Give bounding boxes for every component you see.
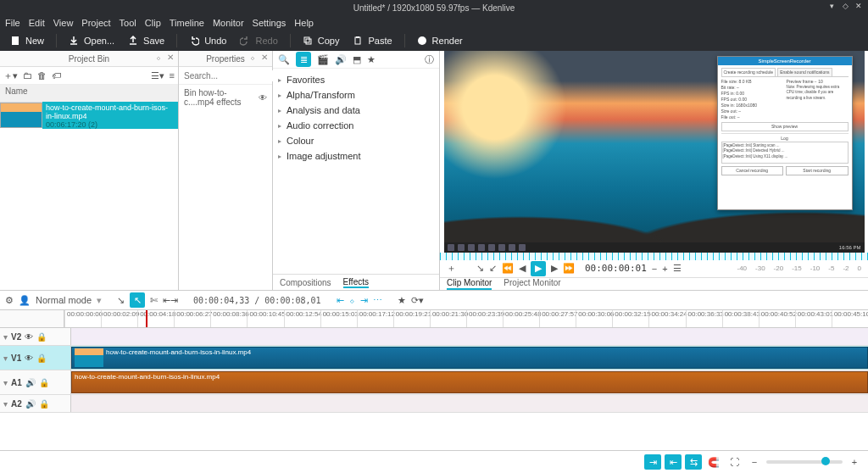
audio-effects-icon[interactable]: 🔊 <box>335 54 347 65</box>
effects-category-audio[interactable]: ▸Audio correction <box>278 118 434 133</box>
menu-settings[interactable]: Settings <box>253 18 287 28</box>
snap-v-icon[interactable]: ⇥ <box>644 454 661 470</box>
rewind-icon[interactable]: ⏪ <box>502 263 514 274</box>
tab-compositions[interactable]: Compositions <box>280 278 331 287</box>
hamburger-icon[interactable]: ☰ <box>673 263 682 274</box>
bin-column-name[interactable]: Name <box>0 85 178 103</box>
zone-in-icon[interactable]: ⇤ <box>337 295 344 306</box>
minimize-icon[interactable]: ▾ <box>827 2 836 10</box>
effects-category-colour[interactable]: ▸Colour <box>278 133 434 148</box>
next-frame-icon[interactable]: ▶ <box>551 263 558 274</box>
zoom-slider[interactable] <box>766 460 843 464</box>
effects-category-alpha[interactable]: ▸Alpha/Transform <box>278 87 434 103</box>
delete-clip-icon[interactable]: 🗑 <box>37 70 47 81</box>
zoom-in-icon[interactable]: + <box>662 264 667 274</box>
search-icon[interactable]: 🔍 <box>278 54 290 65</box>
favorite-effects-icon[interactable]: ★ <box>367 54 376 65</box>
preview-render-icon[interactable]: ⟳▾ <box>411 295 424 306</box>
timeline-ruler[interactable]: 00:00:00:0000:00:02:0900:00:04:1800:00:0… <box>64 310 868 327</box>
undo-button[interactable]: Undo <box>184 34 231 47</box>
spacer-tool-icon[interactable]: ⇤⇥ <box>163 295 178 306</box>
effects-category-favorites[interactable]: ▸Favorites <box>278 72 434 87</box>
maximize-icon[interactable]: ◇ <box>841 2 849 10</box>
magnet-icon[interactable]: 🧲 <box>705 454 722 470</box>
eye-icon[interactable]: 👁 <box>259 93 267 103</box>
menu-tool[interactable]: Tool <box>120 18 136 28</box>
custom-effects-icon[interactable]: ⬒ <box>353 54 361 65</box>
menu-help[interactable]: Help <box>294 18 314 28</box>
menu-timeline[interactable]: Timeline <box>170 18 204 28</box>
zoom-out-icon[interactable]: − <box>652 264 657 274</box>
forward-icon[interactable]: ⏩ <box>563 263 575 274</box>
zoom-fit-icon[interactable]: ⛶ <box>726 454 743 470</box>
lock-icon[interactable]: 🔒 <box>36 332 47 342</box>
collapse-icon[interactable]: ▾ <box>3 353 8 363</box>
overwrite-mode-icon[interactable]: ↘ <box>117 295 125 306</box>
effects-main-icon[interactable]: ≣ <box>296 52 311 67</box>
copy-button[interactable]: Copy <box>298 34 345 47</box>
zoom-in-timeline-icon[interactable]: + <box>846 454 863 470</box>
bin-menu-icon[interactable]: ≡ <box>170 70 175 81</box>
guides-icon[interactable]: ⋯ <box>373 295 382 306</box>
menu-view[interactable]: View <box>53 18 74 28</box>
save-button[interactable]: Save <box>123 34 170 47</box>
snap-a-icon[interactable]: ⇤ <box>665 454 682 470</box>
mode-label[interactable]: Normal mode <box>36 295 92 305</box>
close-icon[interactable]: ✕ <box>854 2 863 10</box>
mute-icon[interactable]: 🔊 <box>25 399 36 409</box>
collapse-icon[interactable]: ▾ <box>3 332 8 342</box>
pin-icon[interactable]: ⬦ <box>248 53 257 62</box>
mute-icon[interactable]: 👁 <box>25 332 33 342</box>
zoom-out-timeline-icon[interactable]: − <box>746 454 763 470</box>
effects-category-image[interactable]: ▸Image adjustment <box>278 148 434 164</box>
lock-icon[interactable]: 🔒 <box>39 399 49 409</box>
mute-icon[interactable]: 👁 <box>25 353 33 363</box>
show-markers-icon[interactable]: ⇆ <box>685 454 702 470</box>
collapse-icon[interactable]: ▾ <box>3 399 8 409</box>
panel-close-icon[interactable]: ✕ <box>260 53 269 62</box>
monitor-preview[interactable]: SimpleScreenRecorder Create recording sc… <box>444 51 865 253</box>
selection-tool-icon[interactable]: ↖ <box>130 292 145 308</box>
paste-button[interactable]: Paste <box>348 34 397 47</box>
bin-clip-item[interactable]: how-to-create-mount-and-burn-isos-in-lin… <box>0 103 178 128</box>
add-clip-icon[interactable]: ＋▾ <box>3 70 18 82</box>
list-view-icon[interactable]: ☰▾ <box>151 70 164 81</box>
tag-icon[interactable]: 🏷 <box>52 70 61 81</box>
timeline-position[interactable]: 00:00:04,33 / 00:00:08,01 <box>193 296 321 305</box>
insert-icon[interactable]: ＋ <box>447 262 456 275</box>
add-marker-icon[interactable]: ⬦ <box>349 295 355 305</box>
lock-icon[interactable]: 🔒 <box>39 378 49 387</box>
lock-icon[interactable]: 🔒 <box>36 353 47 363</box>
folder-add-icon[interactable]: 🗀 <box>23 70 32 81</box>
prev-frame-icon[interactable]: ◀ <box>519 263 526 274</box>
video-effects-icon[interactable]: 🎬 <box>317 54 329 65</box>
redo-button[interactable]: Redo <box>235 34 282 47</box>
zone-out-icon[interactable]: ⇥ <box>360 295 368 306</box>
info-icon[interactable]: ⓘ <box>425 53 434 66</box>
chevron-down-icon[interactable]: ▾ <box>97 295 102 306</box>
goto-start-icon[interactable]: ↘ <box>476 263 484 274</box>
new-button[interactable]: New <box>5 34 49 47</box>
favorite-icon[interactable]: ★ <box>398 295 406 306</box>
playhead[interactable] <box>146 310 147 327</box>
goto-end-icon[interactable]: ↙ <box>489 263 497 274</box>
monitor-timecode[interactable]: 00:00:00:01 <box>585 263 647 274</box>
mute-icon[interactable]: 🔊 <box>25 378 36 387</box>
monitor-ruler[interactable] <box>440 253 868 260</box>
effects-category-analysis[interactable]: ▸Analysis and data <box>278 103 434 118</box>
timeline-clip-a1[interactable]: how-to-create-mount-and-burn-isos-in-lin… <box>71 371 868 393</box>
razor-tool-icon[interactable]: ✄ <box>150 295 158 306</box>
play-button[interactable]: ▶ <box>531 261 546 276</box>
gear-icon[interactable]: ⚙ <box>5 295 14 306</box>
tab-project-monitor[interactable]: Project Monitor <box>504 278 560 290</box>
tab-effects[interactable]: Effects <box>343 277 369 288</box>
menu-file[interactable]: File <box>5 18 20 28</box>
pin-icon[interactable]: ⬦ <box>154 53 163 62</box>
render-button[interactable]: Render <box>412 34 468 47</box>
panel-close-icon[interactable]: ✕ <box>166 53 175 62</box>
tab-clip-monitor[interactable]: Clip Monitor <box>447 278 492 290</box>
menu-edit[interactable]: Edit <box>29 18 45 28</box>
track-compositing-icon[interactable]: 👤 <box>19 295 31 306</box>
menu-clip[interactable]: Clip <box>145 18 161 28</box>
open-button[interactable]: Open... <box>64 34 120 47</box>
